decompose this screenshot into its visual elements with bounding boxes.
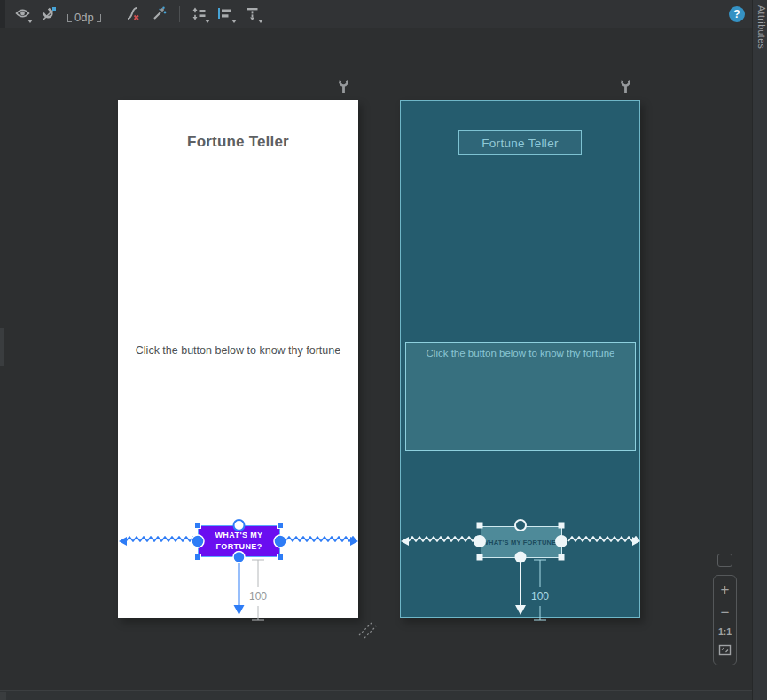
- design-toolbar: 0dp: [0, 0, 752, 28]
- blueprint-view-screen[interactable]: Fortune Teller Click the button below to…: [400, 100, 640, 618]
- help-glyph: ?: [733, 8, 740, 20]
- panel-splitter-handle[interactable]: [0, 328, 4, 366]
- body-textview[interactable]: Click the button below to know thy fortu…: [118, 344, 358, 357]
- title-textview-blueprint[interactable]: Fortune Teller: [458, 130, 582, 155]
- bottom-status-strip: [0, 690, 752, 700]
- infer-constraints-icon[interactable]: [148, 4, 171, 25]
- body-textview-blueprint[interactable]: Click the button below to know thy fortu…: [405, 342, 636, 451]
- canvas-resize-handle[interactable]: [356, 619, 380, 642]
- chevron-down-icon: [205, 20, 210, 23]
- zoom-out-button[interactable]: −: [714, 605, 736, 620]
- wrench-icon: [620, 78, 631, 93]
- zoom-controls-panel: + − 1:1: [713, 575, 737, 665]
- title-textview[interactable]: Fortune Teller: [118, 133, 358, 151]
- default-margin-value[interactable]: 0dp: [72, 12, 97, 22]
- toolbar-separator: [179, 6, 180, 22]
- guidelines-icon[interactable]: [241, 4, 264, 25]
- zoom-to-fit-button[interactable]: [714, 644, 736, 658]
- clear-all-constraints-icon[interactable]: [121, 4, 145, 25]
- fortune-button-blueprint[interactable]: WHAT'S MY FORTUNE?: [481, 526, 562, 558]
- design-view-screen[interactable]: Fortune Teller Click the button below to…: [118, 100, 358, 618]
- design-surface[interactable]: Fortune Teller Click the button below to…: [0, 28, 752, 690]
- zoom-actual-size-button[interactable]: 1:1: [714, 627, 736, 637]
- right-tool-strip: Attributes: [752, 0, 767, 700]
- bracket-right: [97, 14, 101, 22]
- align-icon[interactable]: [215, 4, 238, 25]
- zoom-in-button[interactable]: +: [714, 582, 736, 597]
- tab-attributes[interactable]: Attributes: [753, 5, 767, 49]
- help-icon[interactable]: ?: [729, 6, 745, 22]
- toolbar-edge: [0, 0, 5, 28]
- view-options-icon[interactable]: [11, 4, 34, 25]
- fortune-button[interactable]: WHAT'S MY FORTUNE?: [198, 525, 280, 557]
- layout-editor-window: 0dp: [0, 0, 767, 700]
- toolbar-separator: [113, 6, 113, 22]
- wrench-icon: [338, 78, 349, 93]
- bottom-corner-handle: [0, 692, 6, 700]
- autoconnect-off-icon[interactable]: [37, 4, 60, 25]
- chevron-down-icon: [258, 20, 263, 23]
- chevron-down-icon: [27, 20, 33, 23]
- pack-icon[interactable]: [188, 4, 211, 25]
- pan-view-button[interactable]: [717, 554, 732, 567]
- default-margins-control[interactable]: 0dp: [67, 4, 101, 24]
- chevron-down-icon: [231, 20, 237, 23]
